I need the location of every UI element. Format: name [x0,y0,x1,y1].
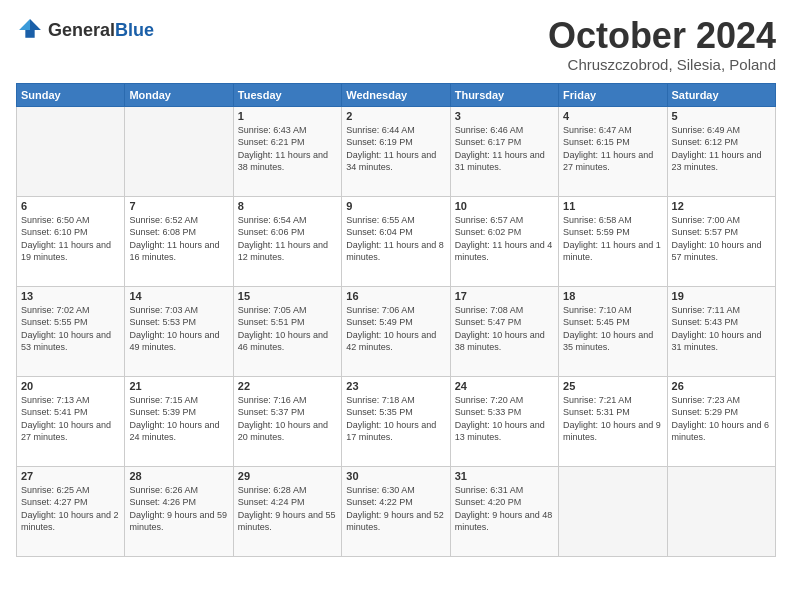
day-number: 5 [672,110,771,122]
calendar-cell: 21Sunrise: 7:15 AMSunset: 5:39 PMDayligh… [125,376,233,466]
calendar-cell: 25Sunrise: 7:21 AMSunset: 5:31 PMDayligh… [559,376,667,466]
month-title: October 2024 [548,16,776,56]
day-info: Sunrise: 7:02 AMSunset: 5:55 PMDaylight:… [21,304,120,354]
day-info: Sunrise: 7:11 AMSunset: 5:43 PMDaylight:… [672,304,771,354]
logo: GeneralBlue [16,16,154,44]
day-number: 24 [455,380,554,392]
calendar-cell: 10Sunrise: 6:57 AMSunset: 6:02 PMDayligh… [450,196,558,286]
day-info: Sunrise: 6:57 AMSunset: 6:02 PMDaylight:… [455,214,554,264]
calendar-cell: 19Sunrise: 7:11 AMSunset: 5:43 PMDayligh… [667,286,775,376]
day-info: Sunrise: 7:15 AMSunset: 5:39 PMDaylight:… [129,394,228,444]
day-info: Sunrise: 6:58 AMSunset: 5:59 PMDaylight:… [563,214,662,264]
day-number: 9 [346,200,445,212]
logo-icon [16,16,44,44]
day-number: 23 [346,380,445,392]
calendar-cell: 15Sunrise: 7:05 AMSunset: 5:51 PMDayligh… [233,286,341,376]
weekday-header: Thursday [450,83,558,106]
calendar-cell: 16Sunrise: 7:06 AMSunset: 5:49 PMDayligh… [342,286,450,376]
calendar-cell: 5Sunrise: 6:49 AMSunset: 6:12 PMDaylight… [667,106,775,196]
calendar-cell: 28Sunrise: 6:26 AMSunset: 4:26 PMDayligh… [125,466,233,556]
page-header: GeneralBlue October 2024 Chruszczobrod, … [16,16,776,73]
day-info: Sunrise: 6:47 AMSunset: 6:15 PMDaylight:… [563,124,662,174]
day-info: Sunrise: 7:20 AMSunset: 5:33 PMDaylight:… [455,394,554,444]
day-info: Sunrise: 6:50 AMSunset: 6:10 PMDaylight:… [21,214,120,264]
day-number: 31 [455,470,554,482]
day-info: Sunrise: 6:43 AMSunset: 6:21 PMDaylight:… [238,124,337,174]
day-number: 19 [672,290,771,302]
calendar-cell: 20Sunrise: 7:13 AMSunset: 5:41 PMDayligh… [17,376,125,466]
weekday-header: Monday [125,83,233,106]
day-info: Sunrise: 7:10 AMSunset: 5:45 PMDaylight:… [563,304,662,354]
calendar-cell: 30Sunrise: 6:30 AMSunset: 4:22 PMDayligh… [342,466,450,556]
day-number: 27 [21,470,120,482]
calendar-cell: 31Sunrise: 6:31 AMSunset: 4:20 PMDayligh… [450,466,558,556]
day-number: 8 [238,200,337,212]
calendar-cell [667,466,775,556]
weekday-header: Sunday [17,83,125,106]
calendar-cell: 27Sunrise: 6:25 AMSunset: 4:27 PMDayligh… [17,466,125,556]
calendar-cell: 13Sunrise: 7:02 AMSunset: 5:55 PMDayligh… [17,286,125,376]
day-number: 14 [129,290,228,302]
logo-blue: Blue [115,20,154,40]
day-info: Sunrise: 7:06 AMSunset: 5:49 PMDaylight:… [346,304,445,354]
weekday-header: Tuesday [233,83,341,106]
day-number: 11 [563,200,662,212]
day-info: Sunrise: 7:08 AMSunset: 5:47 PMDaylight:… [455,304,554,354]
day-info: Sunrise: 6:25 AMSunset: 4:27 PMDaylight:… [21,484,120,534]
svg-rect-2 [25,30,34,38]
calendar-cell: 14Sunrise: 7:03 AMSunset: 5:53 PMDayligh… [125,286,233,376]
day-info: Sunrise: 6:30 AMSunset: 4:22 PMDaylight:… [346,484,445,534]
calendar-cell: 1Sunrise: 6:43 AMSunset: 6:21 PMDaylight… [233,106,341,196]
logo-general: General [48,20,115,40]
day-number: 7 [129,200,228,212]
day-info: Sunrise: 6:28 AMSunset: 4:24 PMDaylight:… [238,484,337,534]
calendar-week-row: 13Sunrise: 7:02 AMSunset: 5:55 PMDayligh… [17,286,776,376]
calendar-cell: 29Sunrise: 6:28 AMSunset: 4:24 PMDayligh… [233,466,341,556]
calendar-cell: 22Sunrise: 7:16 AMSunset: 5:37 PMDayligh… [233,376,341,466]
header-row: SundayMondayTuesdayWednesdayThursdayFrid… [17,83,776,106]
calendar-cell: 12Sunrise: 7:00 AMSunset: 5:57 PMDayligh… [667,196,775,286]
day-info: Sunrise: 7:21 AMSunset: 5:31 PMDaylight:… [563,394,662,444]
calendar-week-row: 27Sunrise: 6:25 AMSunset: 4:27 PMDayligh… [17,466,776,556]
location: Chruszczobrod, Silesia, Poland [548,56,776,73]
calendar-week-row: 20Sunrise: 7:13 AMSunset: 5:41 PMDayligh… [17,376,776,466]
day-number: 25 [563,380,662,392]
day-info: Sunrise: 6:55 AMSunset: 6:04 PMDaylight:… [346,214,445,264]
day-info: Sunrise: 6:52 AMSunset: 6:08 PMDaylight:… [129,214,228,264]
day-info: Sunrise: 7:13 AMSunset: 5:41 PMDaylight:… [21,394,120,444]
calendar-week-row: 6Sunrise: 6:50 AMSunset: 6:10 PMDaylight… [17,196,776,286]
calendar-cell: 2Sunrise: 6:44 AMSunset: 6:19 PMDaylight… [342,106,450,196]
day-number: 15 [238,290,337,302]
day-number: 10 [455,200,554,212]
day-number: 29 [238,470,337,482]
day-number: 1 [238,110,337,122]
title-block: October 2024 Chruszczobrod, Silesia, Pol… [548,16,776,73]
day-number: 13 [21,290,120,302]
day-info: Sunrise: 7:00 AMSunset: 5:57 PMDaylight:… [672,214,771,264]
day-info: Sunrise: 6:46 AMSunset: 6:17 PMDaylight:… [455,124,554,174]
calendar-cell: 7Sunrise: 6:52 AMSunset: 6:08 PMDaylight… [125,196,233,286]
day-info: Sunrise: 7:03 AMSunset: 5:53 PMDaylight:… [129,304,228,354]
calendar-table: SundayMondayTuesdayWednesdayThursdayFrid… [16,83,776,557]
day-number: 16 [346,290,445,302]
weekday-header: Friday [559,83,667,106]
day-info: Sunrise: 7:05 AMSunset: 5:51 PMDaylight:… [238,304,337,354]
calendar-cell: 11Sunrise: 6:58 AMSunset: 5:59 PMDayligh… [559,196,667,286]
calendar-cell: 9Sunrise: 6:55 AMSunset: 6:04 PMDaylight… [342,196,450,286]
calendar-cell: 6Sunrise: 6:50 AMSunset: 6:10 PMDaylight… [17,196,125,286]
day-number: 18 [563,290,662,302]
day-number: 20 [21,380,120,392]
day-info: Sunrise: 6:44 AMSunset: 6:19 PMDaylight:… [346,124,445,174]
calendar-cell [559,466,667,556]
day-info: Sunrise: 6:49 AMSunset: 6:12 PMDaylight:… [672,124,771,174]
calendar-cell: 4Sunrise: 6:47 AMSunset: 6:15 PMDaylight… [559,106,667,196]
calendar-week-row: 1Sunrise: 6:43 AMSunset: 6:21 PMDaylight… [17,106,776,196]
calendar-cell [125,106,233,196]
calendar-cell: 17Sunrise: 7:08 AMSunset: 5:47 PMDayligh… [450,286,558,376]
day-number: 4 [563,110,662,122]
day-info: Sunrise: 7:16 AMSunset: 5:37 PMDaylight:… [238,394,337,444]
day-number: 17 [455,290,554,302]
calendar-cell: 26Sunrise: 7:23 AMSunset: 5:29 PMDayligh… [667,376,775,466]
calendar-cell: 23Sunrise: 7:18 AMSunset: 5:35 PMDayligh… [342,376,450,466]
day-info: Sunrise: 6:31 AMSunset: 4:20 PMDaylight:… [455,484,554,534]
